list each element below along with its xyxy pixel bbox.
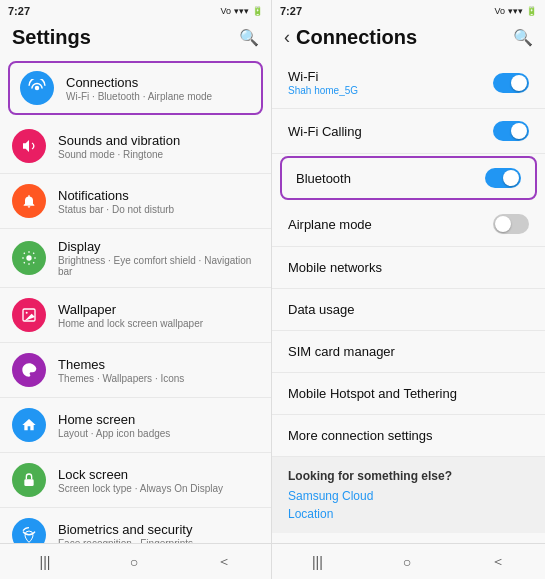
- nav-back-left[interactable]: ＜: [217, 553, 231, 571]
- right-header: ‹ Connections 🔍: [272, 22, 545, 57]
- status-bar-left: 7:27 Vo ▾▾▾ 🔋: [0, 0, 271, 22]
- hotspot-title: Mobile Hotspot and Tethering: [288, 386, 457, 401]
- wallpaper-title: Wallpaper: [58, 302, 203, 317]
- settings-item-display[interactable]: Display Brightness · Eye comfort shield …: [0, 229, 271, 288]
- left-header: Settings 🔍: [0, 22, 271, 57]
- display-icon: [12, 241, 46, 275]
- right-header-left: ‹ Connections: [284, 26, 417, 49]
- connections-subtitle: Wi-Fi · Bluetooth · Airplane mode: [66, 91, 212, 102]
- bottom-nav-right: ||| ○ ＜: [272, 543, 545, 579]
- wifi-subtitle: Shah home_5G: [288, 85, 358, 96]
- lockscreen-text: Lock screen Screen lock type · Always On…: [58, 467, 223, 494]
- conn-item-wificalling[interactable]: Wi-Fi Calling: [272, 109, 545, 154]
- simcard-title: SIM card manager: [288, 344, 395, 359]
- settings-item-wallpaper[interactable]: Wallpaper Home and lock screen wallpaper: [0, 288, 271, 343]
- connections-text: Connections Wi-Fi · Bluetooth · Airplane…: [66, 75, 212, 102]
- location-link[interactable]: Location: [288, 507, 529, 521]
- svg-point-3: [26, 312, 28, 314]
- left-panel: 7:27 Vo ▾▾▾ 🔋 Settings 🔍 Connections Wi-…: [0, 0, 272, 579]
- themes-title: Themes: [58, 357, 184, 372]
- settings-item-notifications[interactable]: Notifications Status bar · Do not distur…: [0, 174, 271, 229]
- settings-item-sounds[interactable]: Sounds and vibration Sound mode · Ringto…: [0, 119, 271, 174]
- bluetooth-title: Bluetooth: [296, 171, 351, 186]
- settings-item-themes[interactable]: Themes Themes · Wallpapers · Icons: [0, 343, 271, 398]
- notifications-icon: [12, 184, 46, 218]
- svg-point-0: [35, 86, 40, 91]
- wifi-signal-icon-right: ▾▾▾: [508, 6, 523, 16]
- wallpaper-subtitle: Home and lock screen wallpaper: [58, 318, 203, 329]
- settings-item-biometrics[interactable]: Biometrics and security Face recognition…: [0, 508, 271, 543]
- conn-item-hotspot[interactable]: Mobile Hotspot and Tethering: [272, 373, 545, 415]
- wificalling-title: Wi-Fi Calling: [288, 124, 362, 139]
- display-title: Display: [58, 239, 259, 254]
- back-button[interactable]: ‹: [284, 27, 290, 48]
- search-icon-right[interactable]: 🔍: [513, 28, 533, 47]
- sounds-subtitle: Sound mode · Ringtone: [58, 149, 180, 160]
- display-subtitle: Brightness · Eye comfort shield · Naviga…: [58, 255, 259, 277]
- nav-recents-left[interactable]: |||: [40, 554, 51, 570]
- nav-back-right[interactable]: ＜: [491, 553, 505, 571]
- right-header-title: Connections: [296, 26, 417, 49]
- notifications-title: Notifications: [58, 188, 174, 203]
- settings-item-connections[interactable]: Connections Wi-Fi · Bluetooth · Airplane…: [8, 61, 263, 115]
- airplanemode-toggle[interactable]: [493, 214, 529, 234]
- homescreen-title: Home screen: [58, 412, 170, 427]
- moreconnections-title: More connection settings: [288, 428, 433, 443]
- wificalling-toggle[interactable]: [493, 121, 529, 141]
- signal-icon-right: Vo: [494, 6, 505, 16]
- homescreen-text: Home screen Layout · App icon badges: [58, 412, 170, 439]
- wifi-toggle[interactable]: [493, 73, 529, 93]
- conn-item-wifi[interactable]: Wi-Fi Shah home_5G: [272, 57, 545, 109]
- sounds-title: Sounds and vibration: [58, 133, 180, 148]
- connections-title: Connections: [66, 75, 212, 90]
- conn-item-simcard[interactable]: SIM card manager: [272, 331, 545, 373]
- conn-item-datausage[interactable]: Data usage: [272, 289, 545, 331]
- bottom-nav-left: ||| ○ ＜: [0, 543, 271, 579]
- bluetooth-text: Bluetooth: [296, 171, 351, 186]
- settings-item-homescreen[interactable]: Home screen Layout · App icon badges: [0, 398, 271, 453]
- homescreen-icon: [12, 408, 46, 442]
- airplanemode-text: Airplane mode: [288, 217, 372, 232]
- mobilenetworks-title: Mobile networks: [288, 260, 382, 275]
- svg-point-6: [31, 369, 33, 371]
- battery-icon: 🔋: [252, 6, 263, 16]
- biometrics-text: Biometrics and security Face recognition…: [58, 522, 193, 544]
- lockscreen-subtitle: Screen lock type · Always On Display: [58, 483, 223, 494]
- themes-text: Themes Themes · Wallpapers · Icons: [58, 357, 184, 384]
- looking-title: Looking for something else?: [288, 469, 529, 483]
- connections-list: Wi-Fi Shah home_5G Wi-Fi Calling Bluetoo…: [272, 57, 545, 543]
- signal-icon: Vo: [220, 6, 231, 16]
- nav-home-left[interactable]: ○: [130, 554, 138, 570]
- notifications-text: Notifications Status bar · Do not distur…: [58, 188, 174, 215]
- time-right: 7:27: [280, 5, 302, 17]
- nav-recents-right[interactable]: |||: [312, 554, 323, 570]
- battery-icon-right: 🔋: [526, 6, 537, 16]
- search-icon-left[interactable]: 🔍: [239, 28, 259, 47]
- conn-item-airplanemode[interactable]: Airplane mode: [272, 202, 545, 247]
- right-panel: 7:27 Vo ▾▾▾ 🔋 ‹ Connections 🔍 Wi-Fi Shah…: [272, 0, 545, 579]
- homescreen-subtitle: Layout · App icon badges: [58, 428, 170, 439]
- left-header-title: Settings: [12, 26, 91, 49]
- wallpaper-icon: [12, 298, 46, 332]
- themes-icon: [12, 353, 46, 387]
- status-icons-left: Vo ▾▾▾ 🔋: [220, 6, 263, 16]
- svg-point-4: [25, 369, 27, 371]
- samsung-cloud-link[interactable]: Samsung Cloud: [288, 489, 529, 503]
- bluetooth-toggle[interactable]: [485, 168, 521, 188]
- wifi-title: Wi-Fi: [288, 69, 358, 84]
- wificalling-text: Wi-Fi Calling: [288, 124, 362, 139]
- svg-point-1: [26, 255, 31, 260]
- wifi-text: Wi-Fi Shah home_5G: [288, 69, 358, 96]
- biometrics-title: Biometrics and security: [58, 522, 193, 537]
- settings-item-lockscreen[interactable]: Lock screen Screen lock type · Always On…: [0, 453, 271, 508]
- sounds-icon: [12, 129, 46, 163]
- conn-item-mobilenetworks[interactable]: Mobile networks: [272, 247, 545, 289]
- conn-item-bluetooth[interactable]: Bluetooth: [280, 156, 537, 200]
- datausage-title: Data usage: [288, 302, 355, 317]
- themes-subtitle: Themes · Wallpapers · Icons: [58, 373, 184, 384]
- status-bar-right: 7:27 Vo ▾▾▾ 🔋: [272, 0, 545, 22]
- conn-item-moreconnections[interactable]: More connection settings: [272, 415, 545, 457]
- nav-home-right[interactable]: ○: [403, 554, 411, 570]
- lockscreen-title: Lock screen: [58, 467, 223, 482]
- time-left: 7:27: [8, 5, 30, 17]
